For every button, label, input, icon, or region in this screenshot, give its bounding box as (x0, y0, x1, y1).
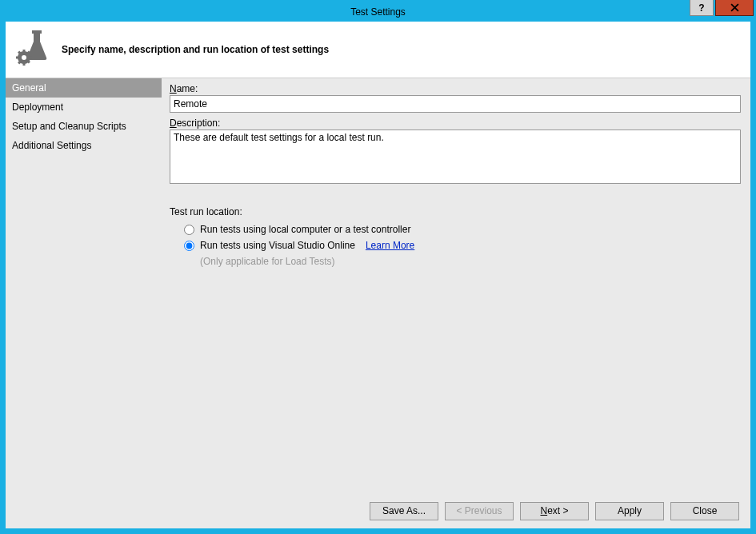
close-button[interactable]: Close (670, 502, 739, 520)
close-icon (730, 3, 739, 12)
run-location-label: Test run location: (170, 206, 741, 217)
next-button[interactable]: Next > (520, 502, 589, 520)
sidebar-item-scripts[interactable]: Setup and Cleanup Scripts (6, 117, 162, 136)
button-bar: Save As... < Previous Next > Apply Close (6, 493, 750, 528)
sidebar-item-additional[interactable]: Additional Settings (6, 136, 162, 155)
body: General Deployment Setup and Cleanup Scr… (6, 78, 750, 493)
apply-button[interactable]: Apply (595, 502, 664, 520)
save-as-button[interactable]: Save As... (370, 502, 438, 520)
titlebar: Test Settings ? (6, 2, 750, 22)
svg-rect-4 (16, 57, 19, 59)
radio-local-label: Run tests using local computer or a test… (200, 224, 410, 235)
header-subtitle: Specify name, description and run locati… (62, 44, 329, 55)
vso-note: (Only applicable for Load Tests) (170, 253, 741, 267)
help-button[interactable]: ? (690, 0, 714, 16)
svg-rect-2 (23, 50, 26, 53)
svg-rect-3 (23, 62, 26, 66)
sidebar-item-deployment[interactable]: Deployment (6, 98, 162, 117)
name-label: Name: (170, 83, 741, 94)
titlebar-buttons: ? (690, 0, 754, 16)
flask-gear-icon (15, 29, 49, 70)
sidebar-item-label: General (12, 82, 46, 94)
sidebar-item-label: Setup and Cleanup Scripts (12, 121, 126, 132)
radio-vso-row[interactable]: Run tests using Visual Studio Online Lea… (170, 237, 741, 253)
radio-local[interactable] (184, 225, 194, 235)
radio-vso[interactable] (184, 241, 194, 251)
window-frame: Test Settings ? (0, 0, 756, 534)
description-textarea[interactable] (170, 130, 741, 184)
sidebar-item-general[interactable]: General (6, 78, 162, 98)
svg-rect-5 (29, 57, 32, 59)
radio-vso-label: Run tests using Visual Studio Online (200, 240, 355, 251)
previous-button: < Previous (445, 502, 514, 520)
window-title: Test Settings (350, 6, 406, 18)
sidebar-item-label: Deployment (12, 102, 63, 113)
sidebar-item-label: Additional Settings (12, 140, 91, 151)
radio-local-row[interactable]: Run tests using local computer or a test… (170, 221, 741, 237)
close-window-button[interactable] (715, 0, 754, 16)
content-pane: Name: Description: Test run location: Ru… (162, 78, 750, 493)
learn-more-link[interactable]: Learn More (366, 240, 414, 251)
name-input[interactable] (170, 95, 741, 113)
header-strip: Specify name, description and run locati… (6, 22, 750, 78)
sidebar: General Deployment Setup and Cleanup Scr… (6, 78, 162, 493)
svg-point-1 (22, 55, 26, 60)
description-label: Description: (170, 118, 741, 129)
